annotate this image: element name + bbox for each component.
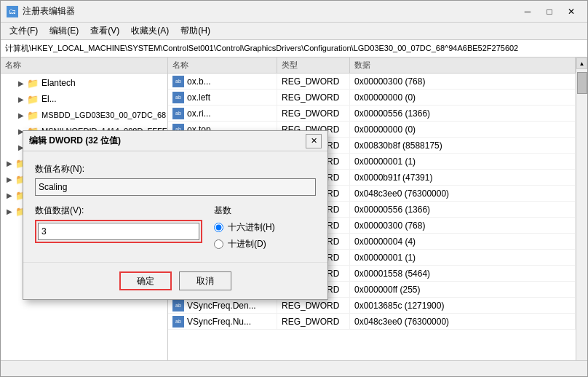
form-row: 数值数据(V): 基数 十六进制(H) [35,205,316,250]
table-row[interactable]: abox.leftREG_DWORD0x00000000 (0) [168,90,576,106]
reg-name: ox.b... [187,76,211,87]
reg-dword-icon: ab [172,316,184,328]
tree-item-el[interactable]: ▶ 📁 El... [1,91,167,107]
content-area: 名称 ▶ 📁 Elantech ▶ 📁 El... ▶ [1,57,587,360]
base-label: 基数 [214,205,316,217]
reg-name: ox.left [187,92,210,103]
reg-dword-icon: ab [172,300,184,311]
reg-data-cell: 0x0013685c (1271900) [350,298,576,313]
menu-favorites[interactable]: 收藏夹(A) [125,23,175,39]
reg-data-cell: 0x048c3ee0 (76300000) [350,186,576,201]
reg-type-cell: REG_DWORD [277,298,350,313]
menu-help[interactable]: 帮助(H) [175,23,216,39]
window-controls: ─ □ ✕ [517,3,581,20]
scroll-thumb[interactable] [577,72,587,94]
tree-item-label: El... [41,94,57,104]
base-section: 基数 十六进制(H) 十进制(D) [214,205,316,250]
folder-icon: 📁 [27,78,39,89]
vertical-scrollbar[interactable]: ▲ [576,57,587,360]
menu-file[interactable]: 文件(F) [4,23,44,39]
tree-item-msbdd[interactable]: ▶ 📁 MSBDD_LGD03E30_00_07DC_68 [1,107,167,123]
tree-header-label: 名称 [5,60,21,71]
cancel-button[interactable]: 取消 [179,271,231,290]
reg-data-cell: 0x00000300 (768) [350,74,576,89]
dialog-title: 编辑 DWORD (32 位值) [29,135,306,147]
table-row[interactable]: abVSyncFreq.Den...REG_DWORD0x0013685c (1… [168,298,576,314]
reg-data-cell: 0x00000001 (1) [350,250,576,265]
value-field-label: 数值数据(V): [35,205,202,217]
reg-data-cell: 0x00000300 (768) [350,218,576,233]
folder-icon: 📁 [27,94,39,105]
radio-dec[interactable]: 十进制(D) [214,238,316,250]
address-bar: 计算机\HKEY_LOCAL_MACHINE\SYSTEM\ControlSet… [1,40,587,57]
col-header-data: 数据 [350,57,576,73]
tree-header: 名称 [1,57,167,74]
edit-dword-dialog: 编辑 DWORD (32 位值) ✕ 数值名称(N): 数值数据(V): 基数 [23,130,328,300]
dialog-close-button[interactable]: ✕ [306,134,322,148]
scroll-up-arrow[interactable]: ▲ [576,57,587,69]
minimize-button[interactable]: ─ [517,3,538,20]
app-icon: 🗂 [7,6,18,17]
address-path: 计算机\HKEY_LOCAL_MACHINE\SYSTEM\ControlSet… [5,43,518,54]
reg-data-cell: 0x00000004 (4) [350,234,576,249]
reg-data-cell: 0x00001558 (5464) [350,266,576,281]
reg-name-cell: abox.b... [168,74,277,89]
maximize-button[interactable]: □ [539,3,560,20]
radio-dec-label: 十进制(D) [228,238,266,250]
reg-name-cell: abox.left [168,90,277,105]
menu-bar: 文件(F) 编辑(E) 查看(V) 收藏夹(A) 帮助(H) [1,23,587,40]
tree-arrow-icon: ▶ [7,159,15,167]
reg-type-cell: REG_DWORD [277,90,350,105]
menu-view[interactable]: 查看(V) [84,23,125,39]
reg-data-cell: 0x00000556 (1366) [350,106,576,121]
main-window: 🗂 注册表编辑器 ─ □ ✕ 文件(F) 编辑(E) 查看(V) 收藏夹(A) … [0,0,588,377]
ok-button[interactable]: 确定 [119,271,172,290]
menu-edit[interactable]: 编辑(E) [44,23,84,39]
col-header-type: 类型 [277,57,350,73]
tree-item-label: MSBDD_LGD03E30_00_07DC_68 [41,111,166,119]
window-title: 注册表编辑器 [23,5,517,17]
tree-arrow-icon: ▶ [7,207,15,215]
table-row[interactable]: abVSyncFreq.Nu...REG_DWORD0x048c3ee0 (76… [168,314,576,330]
reg-name: VSyncFreq.Nu... [187,317,251,327]
radio-dec-input[interactable] [214,239,223,249]
table-row[interactable]: abox.b...REG_DWORD0x00000300 (768) [168,74,576,90]
reg-name-cell: abVSyncFreq.Den... [168,298,277,313]
radio-hex-label: 十六进制(H) [228,221,275,234]
reg-dword-icon: ab [172,108,184,119]
right-header: 名称 类型 数据 [168,57,576,74]
dialog-body: 数值名称(N): 数值数据(V): 基数 [23,151,327,262]
radio-hex[interactable]: 十六进制(H) [214,221,316,234]
status-bar [1,360,587,376]
reg-type-cell: REG_DWORD [277,106,350,121]
col-header-name: 名称 [168,57,277,73]
reg-name: VSyncFreq.Den... [187,301,256,311]
reg-data-cell: 0x00000001 (1) [350,154,576,169]
reg-name: ox.ri... [187,108,211,119]
reg-dword-icon: ab [172,92,184,103]
tree-arrow-icon: ▶ [18,95,27,103]
reg-data-cell: 0x0000b91f (47391) [350,170,576,185]
reg-data-cell: 0x00000000 (0) [350,90,576,105]
value-input[interactable] [38,223,199,240]
title-bar: 🗂 注册表编辑器 ─ □ ✕ [1,1,587,23]
reg-data-cell: 0x048c3ee0 (76300000) [350,314,576,329]
reg-data-cell: 0x000000ff (255) [350,282,576,297]
reg-type-cell: REG_DWORD [277,314,350,329]
radio-hex-input[interactable] [214,223,223,232]
reg-name-cell: abVSyncFreq.Nu... [168,314,277,329]
name-input[interactable] [35,178,316,196]
close-button[interactable]: ✕ [561,3,581,20]
tree-item-label: Elantech [41,78,76,88]
value-input-wrapper [35,220,202,243]
value-section: 数值数据(V): [35,205,202,250]
reg-data-cell: 0x00000000 (0) [350,122,576,137]
tree-item-elantech[interactable]: ▶ 📁 Elantech [1,75,167,91]
reg-dword-icon: ab [172,76,184,87]
table-row[interactable]: abox.ri...REG_DWORD0x00000556 (1366) [168,106,576,122]
radio-group: 十六进制(H) 十进制(D) [214,221,316,250]
tree-arrow-icon: ▶ [18,111,27,119]
tree-arrow-icon: ▶ [18,79,27,87]
tree-arrow-icon: ▶ [7,175,15,183]
dialog-footer: 确定 取消 [23,262,327,299]
